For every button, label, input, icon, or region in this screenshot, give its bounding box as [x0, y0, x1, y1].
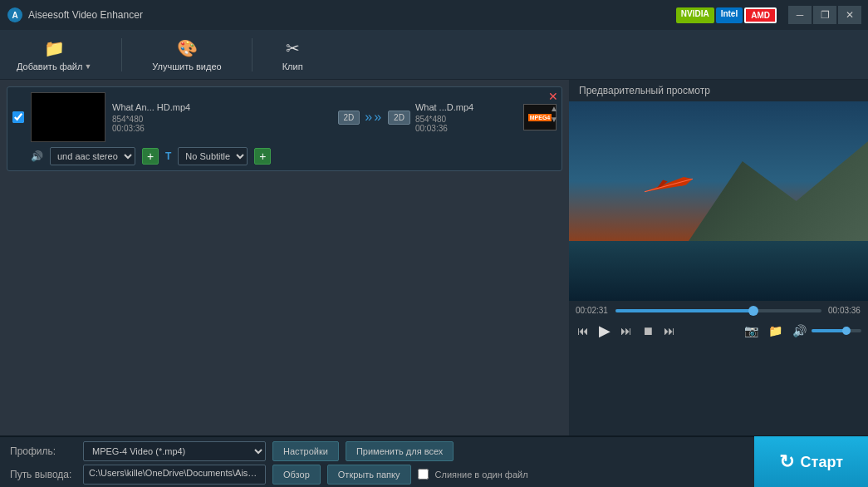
input-resolution: 854*480 — [112, 115, 331, 124]
convert-arrows-icon: »» — [365, 110, 383, 125]
input-2d-badge: 2D — [338, 111, 360, 125]
bottom-bar: Профиль: MPEG-4 Video (*.mp4) Настройки … — [0, 435, 868, 487]
play-button[interactable]: ▶ — [597, 320, 612, 342]
file-checkbox[interactable] — [12, 111, 24, 123]
progress-thumb[interactable] — [748, 306, 758, 316]
enhance-video-button[interactable]: 🎨 Улучшить видео — [145, 35, 228, 75]
progress-bar-row: 00:02:31 00:03:36 — [576, 306, 861, 315]
profile-row: Профиль: MPEG-4 Video (*.mp4) Настройки … — [10, 441, 744, 461]
file-thumbnail — [31, 92, 105, 142]
input-duration: 00:03:36 — [112, 124, 331, 133]
clip-button[interactable]: ✂ Клип — [276, 35, 310, 75]
file-item-main: What An... HD.mp4 854*480 00:03:36 2D »»… — [12, 92, 557, 142]
add-file-label: Добавить файл — [17, 61, 82, 71]
output-filename: What ...D.mp4 — [415, 102, 518, 112]
profile-select[interactable]: MPEG-4 Video (*.mp4) — [83, 441, 266, 461]
start-button[interactable]: ↻ Старт — [754, 436, 868, 487]
subtitle-select[interactable]: No Subtitle — [178, 147, 248, 165]
player-controls: 00:02:31 00:03:36 ⏮ ▶ ⏭ ⏹ ⏭ 📷 📁 🔊 — [569, 301, 868, 347]
add-subtitle-button[interactable]: + — [254, 148, 271, 165]
file-item: ✕ ▲ ▼ What An... HD.mp4 854*480 00:03:36… — [7, 86, 562, 171]
volume-fill — [812, 329, 846, 332]
add-file-arrow: ▼ — [84, 62, 91, 71]
scene-water — [569, 241, 868, 301]
output-path: C:\Users\kille\OneDrive\Documents\Aisees… — [83, 465, 266, 485]
open-folder-button[interactable]: Открыть папку — [327, 465, 411, 485]
apply-all-button[interactable]: Применить для всех — [346, 441, 454, 461]
file-output-info: What ...D.mp4 854*480 00:03:36 — [415, 102, 518, 133]
preview-video — [569, 101, 868, 301]
volume-icon[interactable]: 🔊 — [791, 322, 808, 339]
remove-file-button[interactable]: ✕ — [548, 91, 558, 102]
add-audio-button[interactable]: + — [142, 148, 159, 165]
step-forward-button[interactable]: ⏭ — [619, 322, 634, 339]
merge-checkbox[interactable] — [418, 469, 429, 480]
bottom-controls: Профиль: MPEG-4 Video (*.mp4) Настройки … — [0, 436, 754, 487]
volume-track[interactable] — [812, 329, 861, 332]
amd-badge: AMD — [744, 7, 777, 23]
video-scene — [569, 101, 868, 301]
minimize-button[interactable]: ─ — [788, 6, 812, 24]
mpeg-label: MPEG4 — [528, 114, 552, 121]
time-current: 00:02:31 — [576, 306, 609, 315]
volume-area: 🔊 — [791, 322, 861, 339]
clip-label: Клип — [282, 61, 303, 71]
clip-icon: ✂ — [286, 38, 300, 58]
stop-button[interactable]: ⏹ — [640, 322, 655, 339]
subtitle-type-icon: T — [165, 150, 171, 162]
gpu-badges: NVIDIA Intel AMD — [676, 7, 777, 23]
start-icon: ↻ — [779, 451, 794, 473]
audio-track-select[interactable]: und aac stereo — [50, 147, 135, 165]
profile-label: Профиль: — [10, 445, 76, 457]
skip-to-start-button[interactable]: ⏮ — [576, 322, 591, 339]
scroll-down-icon[interactable]: ▼ — [550, 115, 558, 124]
toolbar-separator-1 — [121, 38, 122, 71]
file-input-info: What An... HD.mp4 854*480 00:03:36 — [112, 102, 331, 133]
add-file-icon: 📁 — [44, 38, 65, 58]
app-title: Aiseesoft Video Enhancer — [28, 9, 671, 21]
merge-label: Слияние в один файл — [435, 470, 528, 480]
nvidia-badge: NVIDIA — [676, 7, 714, 23]
browse-button[interactable]: Обзор — [272, 465, 321, 485]
titlebar: A Aiseesoft Video Enhancer NVIDIA Intel … — [0, 0, 868, 30]
scene-mountain — [689, 141, 868, 241]
window-controls: ─ ❐ ✕ — [788, 6, 861, 24]
enhance-label: Улучшить видео — [152, 61, 221, 71]
output-duration: 00:03:36 — [415, 124, 518, 133]
scroll-up-icon[interactable]: ▲ — [550, 104, 558, 113]
player-buttons: ⏮ ▶ ⏭ ⏹ ⏭ 📷 📁 🔊 — [576, 320, 861, 342]
svg-text:A: A — [12, 11, 17, 20]
skip-to-end-button[interactable]: ⏭ — [662, 322, 677, 339]
input-filename: What An... HD.mp4 — [112, 102, 331, 112]
svg-line-5 — [645, 179, 693, 192]
toolbar-separator-2 — [252, 38, 253, 71]
audio-icon: 🔊 — [31, 150, 43, 162]
time-total: 00:03:36 — [828, 306, 861, 315]
file-list-panel: ✕ ▲ ▼ What An... HD.mp4 854*480 00:03:36… — [0, 80, 569, 435]
start-label: Старт — [801, 454, 843, 471]
progress-track[interactable] — [615, 309, 821, 312]
restore-button[interactable]: ❐ — [813, 6, 836, 24]
progress-fill — [615, 309, 753, 312]
settings-button[interactable]: Настройки — [272, 441, 339, 461]
volume-thumb[interactable] — [842, 327, 851, 335]
toolbar: 📁 Добавить файл ▼ 🎨 Улучшить видео ✂ Кли… — [0, 30, 868, 80]
preview-panel: Предварительный просмотр 00:02:31 — [569, 80, 868, 435]
path-label: Путь вывода: — [10, 469, 76, 480]
output-2d-badge: 2D — [388, 111, 410, 125]
screenshot-button[interactable]: 📷 — [743, 322, 760, 339]
scene-plane — [642, 171, 694, 200]
convert-area: 2D »» 2D What ...D.mp4 854*480 00:03:36 … — [338, 102, 557, 133]
file-item-bottom: 🔊 und aac stereo + T No Subtitle + — [12, 147, 557, 165]
path-row: Путь вывода: C:\Users\kille\OneDrive\Doc… — [10, 465, 744, 485]
add-file-button[interactable]: 📁 Добавить файл ▼ — [10, 35, 98, 75]
scroll-buttons: ▲ ▼ — [550, 104, 558, 124]
intel-badge: Intel — [716, 7, 743, 23]
main-layout: ✕ ▲ ▼ What An... HD.mp4 854*480 00:03:36… — [0, 80, 868, 435]
enhance-icon: 🎨 — [177, 38, 198, 58]
output-resolution: 854*480 — [415, 115, 518, 124]
app-logo-icon: A — [7, 7, 23, 23]
close-button[interactable]: ✕ — [838, 6, 861, 24]
preview-title: Предварительный просмотр — [569, 80, 868, 101]
open-folder-player-button[interactable]: 📁 — [767, 322, 784, 339]
